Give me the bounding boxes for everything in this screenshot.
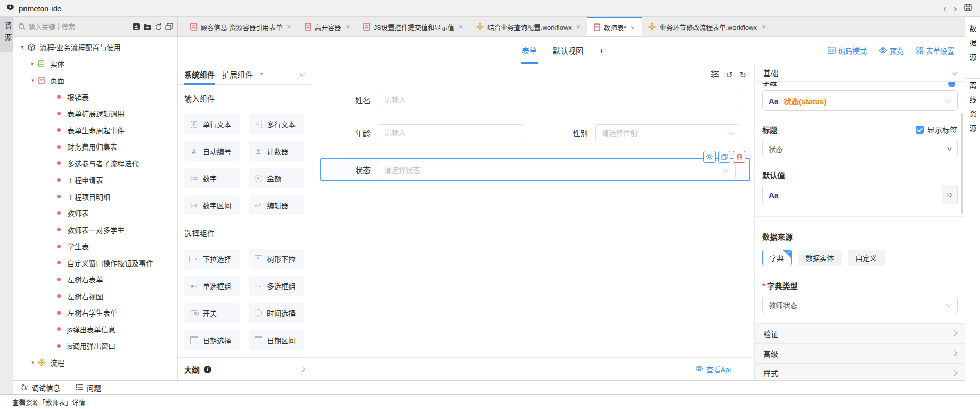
palette-component[interactable]: 金额 [249, 168, 304, 188]
selected-field-row[interactable]: 状态 请选择状态 [320, 158, 750, 181]
refresh-icon[interactable] [155, 23, 162, 31]
tree-item[interactable]: 工程申请表 [13, 172, 177, 188]
form-field-row[interactable]: 姓名 [311, 91, 754, 108]
show-label-checkbox[interactable] [916, 126, 924, 134]
form-action-button[interactable]: 预览 [879, 45, 904, 56]
form-action-button[interactable]: 编码模式 [828, 45, 867, 56]
view-tab[interactable]: + [598, 37, 605, 64]
status-select[interactable]: 请选择状态 [378, 161, 736, 178]
tree-item[interactable]: 财务费用归集表 [13, 138, 177, 155]
scrollbar[interactable] [961, 113, 963, 214]
variable-suffix-button[interactable]: V [942, 140, 957, 157]
editor-tab[interactable]: 顾客信息-资源容器引用表单 × [184, 17, 298, 36]
field-binding-select[interactable]: Aa 状态(status) [762, 90, 958, 111]
close-icon[interactable]: × [287, 22, 291, 31]
palette-component[interactable]: 多行文本 [249, 114, 304, 134]
tree-item[interactable]: js弹出表单信息 [13, 321, 177, 338]
dict-type-select[interactable]: 教师状态 [762, 296, 958, 314]
palette-component[interactable]: 数字区间 [184, 195, 240, 215]
tree-item[interactable]: js调用弹出窗口 [13, 338, 177, 354]
palette-component[interactable]: 开关 [184, 303, 240, 323]
palette-component[interactable]: 时间选择 [249, 303, 304, 323]
data-source-option[interactable]: 字典 [762, 250, 792, 266]
tree-item[interactable]: 表单生命周起事件 [13, 122, 177, 139]
history-forward-icon[interactable]: › [953, 3, 957, 13]
import-resource-icon[interactable] [132, 23, 140, 30]
editor-tab[interactable]: 业务环节修改流程表单.workflowx × [642, 17, 772, 36]
collapsed-section-row[interactable]: 验证 [755, 323, 965, 343]
field-settings-button[interactable] [703, 151, 716, 163]
editor-tab[interactable]: 高开容器 × [298, 17, 357, 36]
tree-item[interactable]: 报销表 [13, 89, 177, 106]
tree-item[interactable]: 页面 [13, 72, 177, 89]
form-action-button[interactable]: 表单设置 [916, 45, 954, 56]
name-input[interactable] [378, 91, 739, 108]
view-tab[interactable]: 表单 [521, 37, 538, 64]
search-input[interactable] [29, 23, 129, 31]
palette-component[interactable]: 多选框组 [249, 276, 304, 296]
palette-tab-system[interactable]: 系统组件 [184, 64, 215, 84]
collapsed-section-row[interactable]: 样式 [755, 363, 965, 380]
tree-item[interactable]: 表单扩展逻辑调用 [13, 105, 177, 122]
sidebar-tab-resources[interactable]: 资源 [0, 17, 13, 52]
palette-component[interactable]: 计数器 [249, 141, 304, 161]
palette-menu-icon[interactable]: ≡ [260, 71, 263, 78]
close-icon[interactable]: × [459, 22, 463, 31]
tree-item[interactable]: 左树右学生表单 [13, 304, 177, 321]
palette-tab-extension[interactable]: 扩展组件 [222, 64, 253, 84]
tree-item[interactable]: 工程项目明细 [13, 188, 177, 205]
title-input[interactable] [763, 145, 942, 153]
default-value-input[interactable]: Aa D [762, 185, 958, 204]
redo-icon[interactable]: ↻ [740, 71, 746, 79]
tree-item[interactable]: 左树右表单 [13, 271, 177, 288]
editor-tab[interactable]: 教师表* × [587, 17, 642, 36]
tree-item[interactable]: 左树右视图 [13, 288, 177, 305]
form-field-row[interactable]: 年龄 性别 请选择性别 [311, 124, 754, 141]
data-source-option[interactable]: 自定义 [848, 250, 885, 266]
default-suffix-button[interactable]: D [942, 185, 957, 204]
gender-select[interactable]: 请选择性别 [595, 124, 739, 141]
tree-item[interactable]: 教师表一对多学生 [13, 222, 177, 238]
tree-item[interactable]: 学生表 [13, 238, 177, 255]
collapse-palette-icon[interactable] [299, 70, 305, 76]
collapse-panels-icon[interactable] [165, 23, 173, 30]
problems-tab[interactable]: 问题 [76, 382, 101, 393]
close-icon[interactable]: × [346, 22, 350, 31]
tree-item[interactable]: 流程-业务流程配置与使用 [13, 39, 177, 56]
age-input[interactable] [378, 124, 524, 141]
tree-item[interactable]: 教师表 [13, 205, 177, 222]
palette-component[interactable]: 下拉选择 [184, 249, 240, 269]
tree-expand-icon[interactable] [29, 359, 37, 366]
palette-component[interactable]: 日期选择 [184, 330, 240, 350]
tree-expand-icon[interactable] [29, 60, 37, 67]
editor-tab[interactable]: 结合业务查询配置.workflowx × [470, 17, 587, 36]
palette-component[interactable]: 日期区间 [249, 330, 304, 350]
view-api-link[interactable]: 查看Api [706, 364, 731, 374]
palette-component[interactable]: 自动编号 [184, 141, 240, 161]
save-icon[interactable] [964, 4, 972, 13]
delete-field-button[interactable] [733, 151, 745, 163]
copy-field-button[interactable] [718, 151, 730, 163]
palette-component[interactable]: 数字 [184, 168, 240, 188]
tree-expand-icon[interactable] [18, 44, 27, 51]
close-icon[interactable]: × [576, 22, 580, 31]
view-tab[interactable]: 默认视图 [552, 37, 584, 64]
palette-component[interactable]: 单选框组 [184, 276, 240, 296]
close-icon[interactable]: × [762, 22, 766, 31]
sidebar-tab-offline-resources[interactable]: 离线资源 [968, 79, 978, 149]
close-icon[interactable]: × [631, 23, 635, 32]
tree-item[interactable]: 自定义窗口操作按钮及事件 [13, 255, 177, 272]
debug-info-tab[interactable]: 调试信息 [20, 382, 60, 393]
data-source-option[interactable]: 数据实体 [798, 250, 842, 266]
palette-component[interactable]: 单行文本 [184, 114, 240, 134]
tree-item[interactable]: 多选参与者子流程迭代 [13, 155, 177, 172]
sidebar-tab-datasource[interactable]: 数据源 [968, 22, 978, 78]
editor-tab[interactable]: JS设置控件提交值和显示值 × [357, 17, 470, 36]
palette-component[interactable]: 树形下拉 [249, 249, 304, 269]
tree-item[interactable]: 流程 [13, 354, 177, 371]
undo-icon[interactable]: ↺ [726, 71, 732, 79]
partial-toggle-icon[interactable] [948, 82, 955, 87]
outline-row[interactable]: 大纲 i [178, 357, 311, 380]
field-settings-icon[interactable] [710, 70, 719, 80]
collapsed-section-row[interactable]: 高级 [755, 343, 965, 363]
